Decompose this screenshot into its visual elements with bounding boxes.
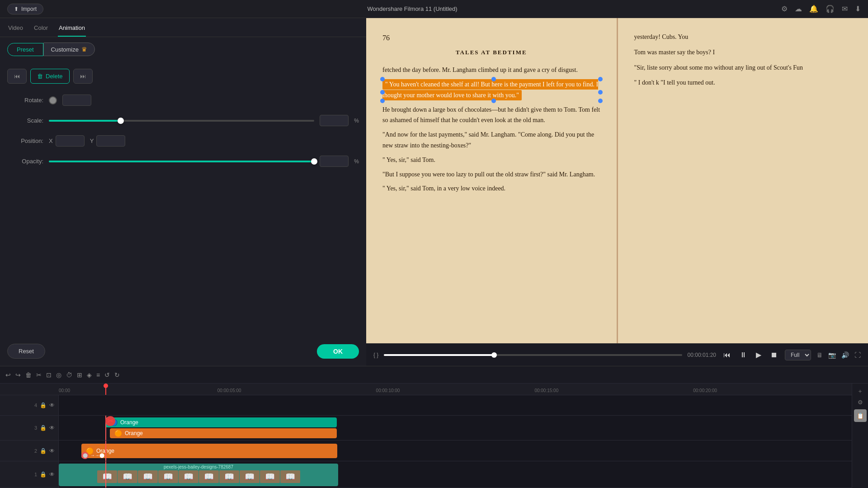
play-pause-button[interactable]: ⏸ (738, 349, 749, 361)
undo-icon[interactable]: ↩ (5, 371, 11, 379)
scale-slider-thumb[interactable] (118, 118, 124, 124)
preset-bar: Preset Customize ♛ (0, 37, 366, 62)
track-num-3: 3 (34, 425, 37, 431)
highlighted-text-container: " You haven't cleaned the shelf at all! … (382, 79, 600, 101)
headphone-icon[interactable]: 🎧 (826, 5, 835, 13)
screenshot-icon[interactable]: 📷 (828, 351, 836, 359)
track3-orange-clip[interactable]: 🟠 Orange (110, 428, 337, 438)
add-track-icon[interactable]: ＋ (857, 387, 863, 395)
opacity-slider-track[interactable] (49, 161, 314, 162)
track3-lock-icon[interactable]: 🔒 (40, 425, 47, 431)
opacity-row: Opacity: 100 % (7, 156, 359, 167)
fullscreen-icon[interactable]: ⛶ (854, 351, 861, 359)
cloud-icon[interactable]: ☁ (795, 5, 802, 13)
ruler-mark-3: 00:00:15:00 (534, 388, 693, 393)
position-label: Position: (7, 137, 43, 144)
track3-content: 🔵 Orange ✂ 🟠 Orange (59, 416, 852, 440)
track4-lock-icon[interactable]: 🔒 (40, 402, 47, 408)
mail-icon[interactable]: ✉ (842, 5, 848, 13)
current-time: 00:00:01:20 (688, 352, 716, 358)
clock-icon[interactable]: ⏱ (66, 371, 72, 379)
tab-bar: Video Color Animation (0, 18, 366, 37)
list-icon[interactable]: ≡ (96, 371, 100, 379)
preset-button[interactable]: Preset (7, 43, 43, 56)
step-back-button[interactable]: ⏮ (722, 349, 732, 361)
pos-y-input[interactable]: 313.8 (96, 135, 125, 147)
progress-thumb[interactable] (491, 352, 497, 358)
selection-handle-mr[interactable] (598, 90, 603, 95)
opacity-unit: % (354, 158, 359, 165)
track1-lock-icon[interactable]: 🔒 (40, 471, 47, 478)
time-ruler: 00:00 00:00:05:00 00:00:10:00 00:00:15:0… (0, 384, 852, 395)
next-keyframe-button[interactable]: ⏭ (73, 69, 93, 84)
bottom-actions: Reset OK (0, 336, 366, 366)
right-text2: Tom was master say the boys? I (634, 47, 852, 58)
track2-orange-clip[interactable]: 🟠 Orange (81, 444, 337, 458)
screen-icon[interactable]: 🖥 (816, 351, 823, 359)
track-row-2: 2 🔒 👁 🟠 Orange ⬤ →→⬤ (0, 441, 852, 461)
track3-teal-clip[interactable]: 🔵 Orange (105, 417, 337, 427)
track2-eye-icon[interactable]: 👁 (49, 448, 55, 454)
tab-animation[interactable]: Animation (58, 22, 86, 37)
selection-handle-tm[interactable] (491, 77, 496, 81)
reset-button[interactable]: Reset (7, 344, 45, 359)
import-button[interactable]: ⬆ Import (7, 4, 43, 14)
pos-x-group: X -319.3 (49, 135, 85, 147)
ruler-mark-0: 00:00 (59, 388, 217, 393)
volume-icon[interactable]: 🔊 (841, 351, 849, 359)
customize-button[interactable]: Customize ♛ (43, 43, 95, 56)
selection-handle-tr[interactable] (598, 77, 603, 81)
right-panel: 76 TALES AT BEDTIME fetched the day befo… (366, 18, 868, 366)
color-icon[interactable]: ◈ (87, 371, 92, 379)
track2-lock-icon[interactable]: 🔒 (40, 448, 47, 454)
cut-icon[interactable]: ✂ (36, 371, 42, 379)
tab-color[interactable]: Color (33, 22, 49, 37)
track3-eye-icon[interactable]: 👁 (49, 425, 55, 431)
selection-handle-bl[interactable] (380, 99, 385, 103)
layout-icon[interactable]: ⊞ (77, 371, 82, 379)
top-bar-right: ⚙ ☁ 🔔 🎧 ✉ ⬇ (781, 5, 861, 13)
timeline-toolbar: ↩ ↪ 🗑 ✂ ⊡ ◎ ⏱ ⊞ ◈ ≡ ↺ ↻ (0, 366, 868, 384)
thumb-9: 📖 (280, 470, 300, 483)
prev-keyframe-button[interactable]: ⏮ (7, 69, 27, 84)
motion-icon[interactable]: ◎ (56, 371, 61, 379)
bell-icon[interactable]: 🔔 (809, 5, 818, 13)
stop-button[interactable]: ⏹ (769, 349, 779, 361)
redo-icon[interactable]: ↪ (15, 371, 21, 379)
crop-icon[interactable]: ⊡ (46, 371, 52, 379)
pos-x-input[interactable]: -319.3 (56, 135, 85, 147)
customize-label: Customize (51, 46, 79, 53)
ok-button[interactable]: OK (317, 344, 359, 359)
play-button[interactable]: ▶ (754, 349, 763, 361)
thumb-1: 📖 (118, 470, 137, 483)
selection-handle-bm[interactable] (491, 99, 496, 103)
tab-video[interactable]: Video (7, 22, 24, 37)
track1-video-clip[interactable]: pexels-jess-bailey-designs-782687 📖 📖 📖 … (59, 464, 338, 486)
track2-markers: ⬤ →→⬤ (81, 452, 104, 459)
redo2-icon[interactable]: ↻ (114, 371, 120, 379)
download-icon[interactable]: ⬇ (855, 5, 861, 13)
paragraph4: " Yes, sir," said Tom. (382, 155, 600, 166)
selection-handle-ml[interactable] (380, 90, 385, 95)
opacity-slider-thumb[interactable] (311, 158, 317, 165)
scale-slider-track[interactable] (49, 120, 314, 122)
trash-icon[interactable]: 🗑 (25, 371, 32, 379)
selection-handle-br[interactable] (598, 99, 603, 103)
delete-button[interactable]: 🗑 Delete (30, 69, 70, 84)
track1-eye-icon[interactable]: 👁 (49, 471, 55, 478)
settings-track-icon[interactable]: ⚙ (858, 399, 863, 406)
progress-bar-fill (384, 354, 494, 356)
opacity-input[interactable]: 100 (320, 156, 349, 167)
anim-top-buttons: ⏮ 🗑 Delete ⏭ (7, 69, 359, 84)
rotate-input[interactable]: 1.1 (62, 95, 91, 106)
rotate-dial[interactable] (49, 96, 57, 104)
progress-bar[interactable] (384, 354, 682, 356)
app-title: Wondershare Filmora 11 (Untitled) (367, 5, 457, 12)
track4-eye-icon[interactable]: 👁 (49, 402, 55, 408)
scale-input[interactable]: 28.7 (320, 115, 349, 126)
quality-select[interactable]: Full (785, 350, 811, 360)
undo2-icon[interactable]: ↺ (104, 371, 110, 379)
highlighted-text: " You haven't cleaned the shelf at all! … (382, 79, 598, 100)
scale-slider-fill (49, 120, 121, 122)
settings-icon[interactable]: ⚙ (781, 5, 788, 13)
